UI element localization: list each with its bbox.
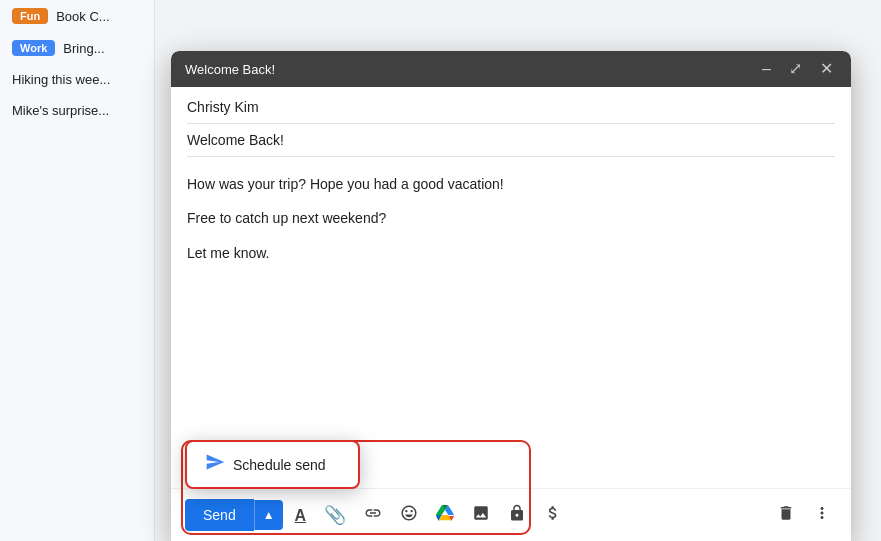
- close-button[interactable]: ✕: [816, 59, 837, 79]
- format-text-icon: [295, 505, 307, 526]
- compose-header: Welcome Back! – ⤢ ✕: [171, 51, 851, 87]
- message-line-2: Free to catch up next weekend?: [187, 207, 835, 229]
- compose-window: Welcome Back! – ⤢ ✕ Christy Kim Welcome …: [171, 51, 851, 541]
- compose-message-area[interactable]: How was your trip? Hope you had a good v…: [187, 173, 835, 276]
- photo-button[interactable]: [466, 500, 496, 531]
- attach-button[interactable]: 📎: [318, 500, 352, 530]
- schedule-send-popup[interactable]: Schedule send: [185, 440, 360, 489]
- bg-row-mike: Mike's surprise...: [0, 95, 154, 126]
- send-dropdown-arrow-icon: ▲: [263, 508, 275, 522]
- compose-subject-field: Welcome Back!: [187, 132, 835, 157]
- compose-footer: Schedule send Send ▲ 📎: [171, 488, 851, 541]
- send-button[interactable]: Send: [185, 499, 254, 531]
- link-button[interactable]: [358, 500, 388, 531]
- compose-to-field: Christy Kim: [187, 99, 835, 124]
- format-text-button[interactable]: [289, 501, 313, 530]
- compose-title: Welcome Back!: [185, 62, 275, 77]
- compose-header-actions: – ⤢ ✕: [758, 59, 837, 79]
- emoji-icon: [400, 504, 418, 527]
- compose-body: Christy Kim Welcome Back! How was your t…: [171, 87, 851, 488]
- message-line-3: Let me know.: [187, 242, 835, 264]
- more-icon: [813, 504, 831, 527]
- schedule-send-icon: [205, 452, 225, 477]
- link-icon: [364, 504, 382, 527]
- send-dropdown-button[interactable]: ▲: [254, 500, 283, 530]
- photo-icon: [472, 504, 490, 527]
- chip-fun: Fun: [12, 8, 48, 24]
- close-icon: ✕: [820, 61, 833, 77]
- bg-row-hiking: Hiking this wee...: [0, 64, 154, 95]
- dollar-button[interactable]: [538, 500, 568, 531]
- message-line-1: How was your trip? Hope you had a good v…: [187, 173, 835, 195]
- bg-row-1-text: Book C...: [56, 9, 109, 24]
- bg-row-2: Work Bring...: [0, 32, 154, 64]
- drive-icon: [436, 504, 454, 527]
- emoji-button[interactable]: [394, 500, 424, 531]
- minimize-icon: –: [762, 61, 771, 77]
- delete-icon: [777, 504, 795, 527]
- drive-button[interactable]: [430, 500, 460, 531]
- schedule-send-label: Schedule send: [233, 457, 326, 473]
- dollar-icon: [544, 504, 562, 527]
- delete-draft-button[interactable]: [771, 500, 801, 531]
- more-options-button[interactable]: [807, 500, 837, 531]
- lock-icon: [508, 504, 526, 527]
- expand-icon: ⤢: [789, 61, 802, 77]
- send-button-group: Send ▲: [185, 499, 283, 531]
- bg-row-2-text: Bring...: [63, 41, 104, 56]
- attach-icon: 📎: [324, 504, 346, 526]
- chip-work: Work: [12, 40, 55, 56]
- confidential-button[interactable]: [502, 500, 532, 531]
- background-panel: Fun Book C... Work Bring... Hiking this …: [0, 0, 155, 541]
- expand-button[interactable]: ⤢: [785, 59, 806, 79]
- minimize-button[interactable]: –: [758, 59, 775, 79]
- bg-row-1: Fun Book C...: [0, 0, 154, 32]
